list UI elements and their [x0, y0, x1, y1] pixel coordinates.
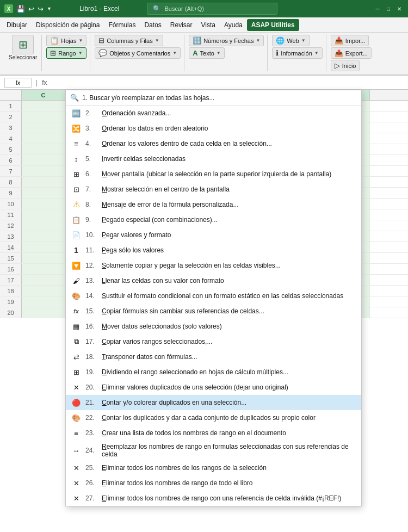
- cell[interactable]: [22, 101, 65, 111]
- columnas-icon: ⊟: [98, 36, 104, 45]
- inicio-button[interactable]: ▷ Inicio: [331, 60, 360, 71]
- name-box[interactable]: [4, 78, 32, 88]
- menu-disposicion[interactable]: Disposición de página: [32, 19, 104, 31]
- item-icon-delete-names-book: ✕: [71, 478, 81, 488]
- formula-separator: |: [36, 79, 38, 86]
- title-bar-center: Libro1 - Excel: [52, 5, 147, 13]
- objetos-button[interactable]: 💬 Objetos y Comentarios ▼: [95, 47, 181, 59]
- texto-button[interactable]: A Texto ▼: [189, 47, 225, 59]
- item-number: 23.: [85, 429, 97, 437]
- quick-access-dropdown[interactable]: ▼: [47, 6, 52, 11]
- hojas-button[interactable]: 📋 Hojas ▼: [46, 35, 86, 46]
- dropdown-item[interactable]: ⊡7.Mostrar selección en el centro de la …: [66, 182, 361, 197]
- cell[interactable]: [22, 155, 65, 165]
- cell[interactable]: [22, 177, 65, 187]
- menu-formulas[interactable]: Fórmulas: [104, 19, 140, 31]
- dropdown-item[interactable]: 🔴21.Contar y/o colorear duplicados en un…: [66, 395, 361, 410]
- cell[interactable]: [22, 166, 65, 176]
- minimize-button[interactable]: ─: [373, 4, 382, 13]
- cell[interactable]: [22, 199, 65, 209]
- cell[interactable]: [22, 122, 65, 133]
- dropdown-item[interactable]: ⊞6.Mover pantalla (ubicar la selección e…: [66, 166, 361, 182]
- rango-button[interactable]: ⊞ Rango ▼: [46, 47, 86, 59]
- item-number: 14.: [85, 292, 97, 300]
- dropdown-search-text[interactable]: 1. Buscar y/o reemplazar en todas las ho…: [82, 94, 357, 102]
- dropdown-item[interactable]: ≡23.Crear una lista de todos los nombres…: [66, 425, 361, 441]
- item-icon-conditional-static: 🎨: [71, 291, 81, 301]
- dropdown-item[interactable]: ≡4.Ordenar los valores dentro de cada ce…: [66, 136, 361, 151]
- cell[interactable]: [22, 264, 65, 274]
- cell[interactable]: [22, 253, 65, 263]
- cell[interactable]: [22, 242, 65, 252]
- ribbon-row-info: ℹ Información ▼: [272, 47, 322, 59]
- info-button[interactable]: ℹ Información ▼: [272, 47, 322, 59]
- cell[interactable]: [22, 209, 65, 220]
- web-button[interactable]: 🌐 Web ▼: [272, 35, 309, 46]
- cell[interactable]: [22, 144, 65, 154]
- row-header: 10: [0, 199, 22, 209]
- dropdown-item[interactable]: ⊞19.Dividiendo el rango seleccionado en …: [66, 364, 361, 380]
- dropdown-item[interactable]: ✕26.Eliminar todos los nombres de rango …: [66, 475, 361, 491]
- item-number: 22.: [85, 414, 97, 422]
- maximize-button[interactable]: □: [384, 4, 393, 13]
- dropdown-item[interactable]: 📄10.Pegar valores y formato: [66, 227, 361, 243]
- cell[interactable]: [22, 275, 65, 285]
- cell[interactable]: [22, 220, 65, 231]
- cell[interactable]: [22, 296, 65, 307]
- columnas-chevron: ▼: [155, 38, 159, 43]
- dropdown-item[interactable]: ⇄18.Transponer datos con fórmulas...: [66, 349, 361, 364]
- dropdown-item[interactable]: 🔽12.Solamente copiar y pegar la selecció…: [66, 258, 361, 273]
- cell[interactable]: [22, 231, 65, 242]
- dropdown-item[interactable]: 🖌13.Llenar las celdas con su valor con f…: [66, 273, 361, 288]
- row-header: 8: [0, 177, 22, 187]
- inicio-icon: ▷: [335, 61, 340, 70]
- menu-datos[interactable]: Datos: [140, 19, 165, 31]
- dropdown-item[interactable]: 🎨14.Sustituir el formato condicional con…: [66, 288, 361, 304]
- dropdown-item[interactable]: ✕27.Eliminar todos los nombres de rango …: [66, 491, 361, 506]
- ribbon-group-import: 📥 Impor... 📤 Export... ▷ Inicio: [327, 35, 375, 71]
- quick-save-icon[interactable]: 💾: [16, 5, 25, 13]
- cell[interactable]: [22, 112, 65, 122]
- dropdown-search-row: 🔍 1. Buscar y/o reemplazar en todas las …: [66, 90, 361, 106]
- item-icon-invert: ↕: [71, 154, 81, 164]
- menu-ayuda[interactable]: Ayuda: [220, 19, 247, 31]
- dropdown-item[interactable]: ▦16.Mover datos seleccionados (solo valo…: [66, 319, 361, 334]
- dropdown-item[interactable]: ✕25.Eliminar todos los nombres de los ra…: [66, 460, 361, 475]
- close-button[interactable]: ✕: [395, 4, 404, 13]
- quick-undo-icon[interactable]: ↩: [28, 5, 34, 13]
- item-icon-paste-special: 📋: [71, 215, 81, 225]
- dropdown-item[interactable]: ↕5.Invertir celdas seleccionadas: [66, 151, 361, 166]
- dropdown-item[interactable]: fx15.Copiar fórmulas sin cambiar sus ref…: [66, 304, 361, 319]
- cell[interactable]: [22, 133, 65, 144]
- quick-redo-icon[interactable]: ↪: [38, 5, 44, 13]
- numeros-button[interactable]: 🔢 Números y Fechas ▼: [189, 35, 264, 46]
- item-text: Mover datos seleccionados (solo valores): [102, 323, 222, 330]
- menu-revisar[interactable]: Revisar: [166, 19, 197, 31]
- dropdown-item[interactable]: ⚠8.Mensaje de error de la fórmula person…: [66, 197, 361, 212]
- export-button[interactable]: 📤 Export...: [331, 47, 372, 59]
- import-icon: 📥: [335, 36, 343, 45]
- cell[interactable]: [22, 188, 65, 198]
- menu-asap[interactable]: ASAP Utilities: [247, 19, 299, 31]
- menu-vista[interactable]: Vista: [197, 19, 220, 31]
- search-bar[interactable]: 🔍 Buscar (Alt+Q): [147, 3, 277, 15]
- seleccionar-button[interactable]: ⊞: [12, 35, 34, 54]
- item-text: Eliminar todos los nombres de rango de t…: [102, 479, 253, 487]
- cell[interactable]: [22, 307, 65, 318]
- row-header: 6: [0, 155, 22, 165]
- dropdown-item[interactable]: ↔24.Reemplazar los nombres de rango en f…: [66, 441, 361, 460]
- dropdown-item[interactable]: 111.Pega sólo los valores: [66, 243, 361, 258]
- dropdown-item[interactable]: ⧉17.Copiar varios rangos seleccionados,.…: [66, 334, 361, 349]
- item-icon-copy-ranges: ⧉: [71, 337, 81, 347]
- cell[interactable]: [22, 286, 65, 296]
- import-button[interactable]: 📥 Impor...: [331, 35, 369, 46]
- dropdown-item[interactable]: ✕20.Eliminar valores duplicados de una s…: [66, 380, 361, 395]
- dropdown-item[interactable]: 🔀3.Ordenar los datos en orden aleatorio: [66, 121, 361, 136]
- item-text: Copiar fórmulas sin cambiar sus referenc…: [102, 307, 264, 315]
- rango-chevron: ▼: [78, 51, 83, 55]
- menu-dibujar[interactable]: Dibujar: [2, 19, 32, 31]
- dropdown-item[interactable]: 🎨22.Contar los duplicados y dar a cada c…: [66, 410, 361, 425]
- dropdown-item[interactable]: 📋9.Pegado especial (con combinaciones)..…: [66, 212, 361, 227]
- dropdown-item[interactable]: 🔤2.Ordenación avanzada...: [66, 106, 361, 121]
- columnas-button[interactable]: ⊟ Columnas y Filas ▼: [95, 35, 163, 46]
